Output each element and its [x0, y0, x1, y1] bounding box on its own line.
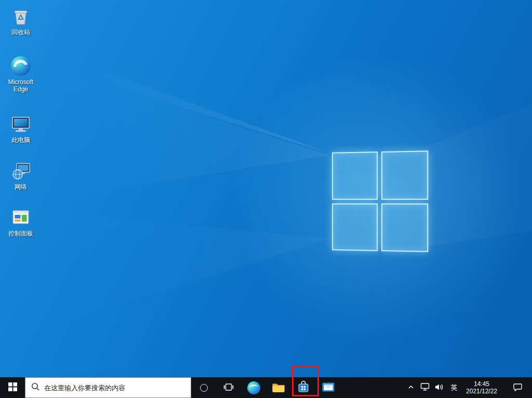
start-button[interactable]: [0, 377, 25, 398]
microsoft-store-icon: [297, 380, 310, 395]
taskbar-search-box[interactable]: [25, 377, 191, 398]
action-center-button[interactable]: [509, 377, 527, 398]
file-explorer-button[interactable]: [266, 377, 291, 398]
mail-icon: [322, 381, 335, 394]
clock[interactable]: 14:45 2021/12/22: [461, 377, 502, 398]
desktop-icon-microsoft-edge[interactable]: Microsoft Edge: [1, 55, 41, 93]
desktop-wallpaper: 回收站 Microsoft Edge: [0, 0, 532, 398]
task-view-icon: [223, 382, 234, 394]
light-beam: [0, 0, 532, 398]
desktop-icon-label: 网络: [15, 183, 27, 190]
control-panel-icon: [10, 207, 32, 228]
clock-date: 2021/12/22: [466, 388, 497, 395]
mail-button[interactable]: [316, 377, 341, 398]
clock-time: 14:45: [474, 380, 489, 388]
microsoft-store-button[interactable]: [291, 377, 316, 398]
volume-button[interactable]: [432, 377, 447, 398]
network-icon: [10, 160, 32, 182]
windows-logo-pane: [332, 203, 377, 251]
windows-logo: [332, 150, 428, 252]
cortana-icon: [200, 384, 208, 392]
taskbar: 英 14:45 2021/12/22: [0, 377, 532, 398]
windows-start-icon: [8, 382, 17, 393]
desktop-icon-label: 此电脑: [11, 136, 30, 144]
desktop-icon-control-panel[interactable]: 控制面板: [1, 207, 41, 237]
ime-indicator[interactable]: 英: [447, 377, 461, 398]
edge-icon: [247, 381, 260, 394]
desktop-icon-label: 回收站: [11, 29, 30, 36]
edge-icon: [10, 55, 32, 77]
light-beam: [0, 0, 532, 398]
speaker-icon: [435, 383, 444, 393]
desktop-icon-label: 控制面板: [8, 230, 33, 237]
light-beam: [0, 0, 532, 398]
notification-bubble-icon: [513, 382, 523, 393]
windows-logo-pane: [381, 150, 428, 199]
desktop-icon-this-pc[interactable]: 此电脑: [1, 113, 41, 144]
network-status-button[interactable]: [418, 377, 432, 398]
tray-expand-button[interactable]: [404, 377, 418, 398]
chevron-up-icon: [407, 383, 415, 392]
desktop-icon-label: Microsoft Edge: [1, 78, 41, 93]
windows-logo-pane: [381, 203, 428, 252]
desktop-icon-network[interactable]: 网络: [1, 160, 41, 190]
cortana-button[interactable]: [191, 377, 216, 398]
light-beam: [0, 0, 532, 398]
recycle-bin-icon: [10, 5, 32, 27]
network-monitor-icon: [420, 382, 430, 393]
system-tray: 英 14:45 2021/12/22: [404, 377, 532, 398]
desktop-icon-recycle-bin[interactable]: 回收站: [1, 5, 41, 36]
task-view-button[interactable]: [216, 377, 241, 398]
this-pc-icon: [10, 113, 32, 135]
search-icon: [31, 382, 40, 393]
windows-logo-pane: [332, 152, 377, 199]
file-explorer-icon: [272, 381, 285, 394]
taskbar-edge-button[interactable]: [241, 377, 266, 398]
search-input[interactable]: [44, 384, 185, 392]
